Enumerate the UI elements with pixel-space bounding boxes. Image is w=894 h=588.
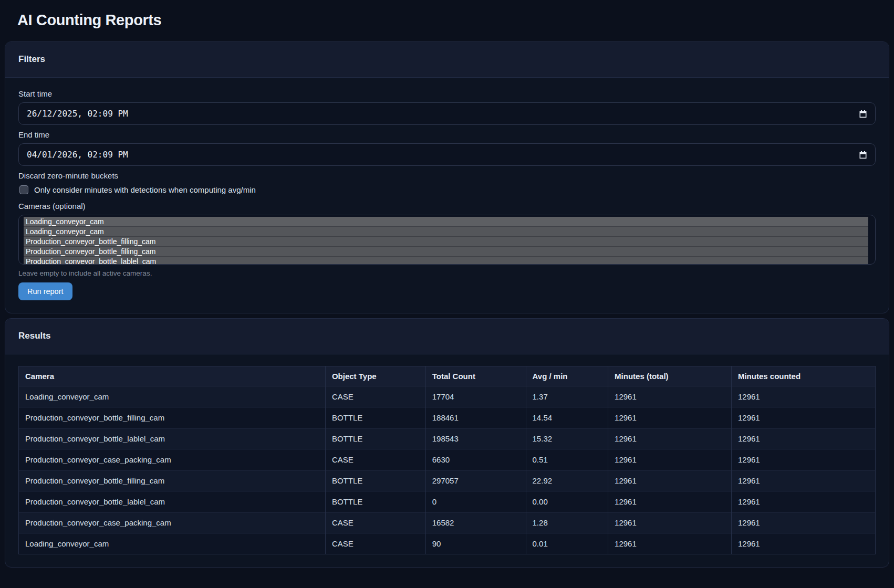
detections-checkbox-label: Only consider minutes with detections wh…	[34, 185, 256, 194]
page-title: AI Counting Reports	[17, 11, 877, 29]
table-cell: 12961	[608, 449, 732, 470]
column-header-avg-min: Avg / min	[526, 366, 608, 386]
table-cell: 6630	[425, 449, 526, 470]
start-time-value: 26/12/2025, 02:09 PM	[27, 109, 859, 119]
start-time-input[interactable]: 26/12/2025, 02:09 PM	[18, 102, 876, 125]
table-cell: 12961	[608, 386, 732, 407]
end-time-input[interactable]: 04/01/2026, 02:09 PM	[18, 143, 876, 166]
table-row: Loading_conveyor_camCASE177041.371296112…	[19, 386, 876, 407]
table-cell: 16582	[425, 512, 526, 533]
table-cell: 22.92	[526, 470, 608, 491]
table-cell: 12961	[731, 512, 875, 533]
start-time-label: Start time	[18, 89, 876, 98]
table-cell: 198543	[425, 428, 526, 449]
table-cell: 12961	[608, 428, 732, 449]
table-cell: 12961	[731, 386, 875, 407]
cameras-listbox[interactable]: Loading_conveyor_camLoading_conveyor_cam…	[18, 215, 876, 265]
table-cell: 12961	[731, 428, 875, 449]
table-cell: 0	[425, 491, 526, 512]
run-report-button[interactable]: Run report	[18, 282, 72, 300]
results-card-header: Results	[5, 319, 889, 354]
table-cell: 15.32	[526, 428, 608, 449]
table-row: Production_conveyor_case_packing_camCASE…	[19, 449, 876, 470]
column-header-minutes-counted: Minutes counted	[731, 366, 875, 386]
table-header-row: Camera Object Type Total Count Avg / min…	[19, 366, 876, 386]
end-time-label: End time	[18, 130, 876, 139]
column-header-minutes-total: Minutes (total)	[608, 366, 732, 386]
detections-checkbox-row: Only consider minutes with detections wh…	[18, 185, 876, 194]
table-cell: 12961	[608, 407, 732, 428]
table-cell: Loading_conveyor_cam	[19, 533, 326, 554]
table-cell: 12961	[731, 470, 875, 491]
table-cell: 297057	[425, 470, 526, 491]
table-cell: 1.28	[526, 512, 608, 533]
table-cell: BOTTLE	[325, 491, 425, 512]
table-cell: Production_conveyor_case_packing_cam	[19, 449, 326, 470]
table-cell: 0.00	[526, 491, 608, 512]
detections-checkbox[interactable]	[19, 185, 28, 194]
table-cell: CASE	[325, 512, 425, 533]
page-header: AI Counting Reports	[0, 0, 894, 41]
table-cell: CASE	[325, 533, 425, 554]
column-header-total-count: Total Count	[425, 366, 526, 386]
table-cell: Loading_conveyor_cam	[19, 386, 326, 407]
table-cell: BOTTLE	[325, 428, 425, 449]
column-header-camera: Camera	[19, 366, 326, 386]
filters-card-body: Start time 26/12/2025, 02:09 PM End time…	[5, 78, 889, 313]
table-row: Production_conveyor_bottle_lablel_camBOT…	[19, 428, 876, 449]
results-table: Camera Object Type Total Count Avg / min…	[18, 366, 876, 554]
table-row: Production_conveyor_case_packing_camCASE…	[19, 512, 876, 533]
calendar-icon[interactable]	[859, 110, 867, 118]
table-cell: 14.54	[526, 407, 608, 428]
table-cell: 12961	[608, 491, 732, 512]
table-row: Loading_conveyor_camCASE900.011296112961	[19, 533, 876, 554]
cameras-helper-text: Leave empty to include all active camera…	[18, 269, 876, 277]
camera-option-2[interactable]: Production_conveyor_bottle_filling_cam	[24, 237, 868, 247]
table-cell: Production_conveyor_bottle_lablel_cam	[19, 428, 326, 449]
filters-card-header: Filters	[5, 42, 889, 78]
camera-option-4[interactable]: Production_conveyor_bottle_lablel_cam	[24, 257, 868, 265]
results-card-body: Camera Object Type Total Count Avg / min…	[5, 354, 889, 567]
calendar-icon[interactable]	[859, 151, 867, 159]
table-cell: 12961	[608, 533, 732, 554]
table-cell: 0.01	[526, 533, 608, 554]
table-cell: Production_conveyor_bottle_filling_cam	[19, 407, 326, 428]
camera-option-1[interactable]: Loading_conveyor_cam	[24, 227, 868, 237]
table-cell: Production_conveyor_bottle_filling_cam	[19, 470, 326, 491]
table-cell: 12961	[731, 491, 875, 512]
table-cell: 1.37	[526, 386, 608, 407]
table-cell: 12961	[731, 533, 875, 554]
table-cell: 17704	[425, 386, 526, 407]
results-heading: Results	[18, 331, 876, 341]
table-cell: Production_conveyor_case_packing_cam	[19, 512, 326, 533]
cameras-label: Cameras (optional)	[18, 202, 876, 211]
table-cell: 12961	[608, 470, 732, 491]
table-cell: BOTTLE	[325, 470, 425, 491]
table-cell: CASE	[325, 449, 425, 470]
table-cell: CASE	[325, 386, 425, 407]
camera-option-0[interactable]: Loading_conveyor_cam	[24, 217, 868, 227]
column-header-object-type: Object Type	[325, 366, 425, 386]
table-row: Production_conveyor_bottle_lablel_camBOT…	[19, 491, 876, 512]
table-cell: 90	[425, 533, 526, 554]
filters-card: Filters Start time 26/12/2025, 02:09 PM …	[5, 41, 889, 313]
table-cell: 12961	[731, 449, 875, 470]
table-row: Production_conveyor_bottle_filling_camBO…	[19, 407, 876, 428]
camera-option-3[interactable]: Production_conveyor_bottle_filling_cam	[24, 247, 868, 257]
results-card: Results Camera Object Type Total Count A…	[5, 318, 889, 568]
table-row: Production_conveyor_bottle_filling_camBO…	[19, 470, 876, 491]
table-cell: BOTTLE	[325, 407, 425, 428]
table-cell: 188461	[425, 407, 526, 428]
table-cell: 0.51	[526, 449, 608, 470]
cameras-option-list: Loading_conveyor_camLoading_conveyor_cam…	[24, 217, 868, 265]
end-time-value: 04/01/2026, 02:09 PM	[27, 150, 859, 160]
discard-zero-minute-label: Discard zero-minute buckets	[18, 171, 876, 180]
table-cell: Production_conveyor_bottle_lablel_cam	[19, 491, 326, 512]
table-cell: 12961	[608, 512, 732, 533]
listbox-scrollbar[interactable]	[868, 216, 875, 264]
filters-heading: Filters	[18, 54, 876, 65]
table-cell: 12961	[731, 407, 875, 428]
